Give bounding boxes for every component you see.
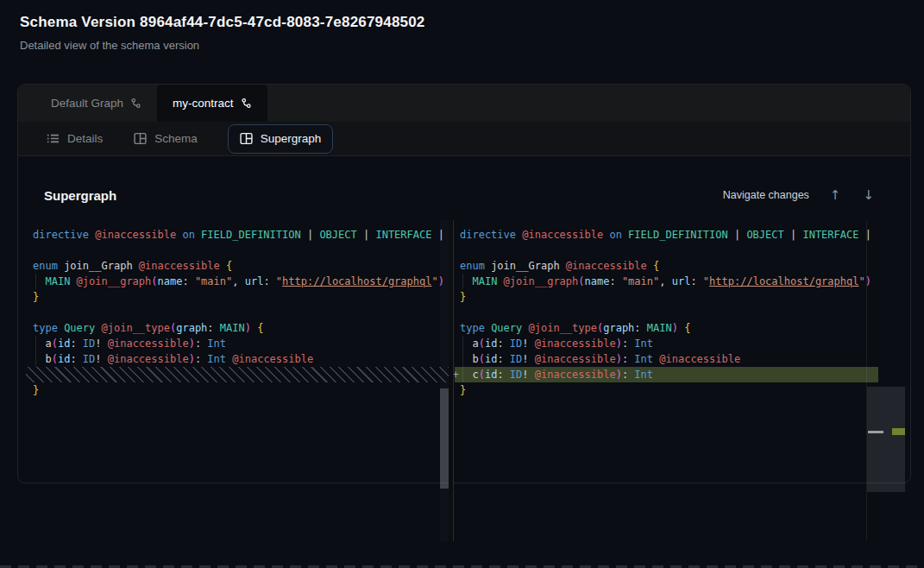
graph-tab-strip: Default Graph my-contract: [18, 85, 910, 122]
minimap-text-mark: [868, 431, 883, 433]
code-line: enum join__Graph @inaccessible {: [460, 258, 878, 274]
fork-icon: [241, 98, 252, 109]
columns-icon: [240, 132, 253, 145]
code-line: type Query @join__type(graph: MAIN) {: [33, 320, 449, 336]
minimap[interactable]: [866, 220, 904, 541]
tab-default-graph[interactable]: Default Graph: [35, 85, 157, 122]
tab-schema[interactable]: Schema: [123, 122, 209, 156]
tab-label: my-contract: [173, 97, 234, 110]
diff-placeholder-line: [26, 367, 449, 382]
tab-details[interactable]: Details: [35, 122, 114, 156]
tab-my-contract[interactable]: my-contract: [157, 85, 267, 122]
code-line: [460, 243, 878, 258]
page-title: Schema Version 8964af44-7dc5-47cd-8083-7…: [20, 14, 425, 31]
code-line: b(id: ID! @inaccessible): Int @inaccessi…: [33, 351, 449, 367]
section-title: Supergraph: [44, 188, 116, 203]
code-line: directive @inaccessible on FIELD_DEFINIT…: [33, 227, 449, 243]
code-line: enum join__Graph @inaccessible {: [33, 258, 449, 274]
code-line: }: [33, 289, 449, 305]
page-subtitle: Detailed view of the schema version: [20, 39, 425, 52]
code-line: }: [33, 382, 449, 398]
code-line: }: [460, 289, 878, 305]
columns-icon: [134, 132, 147, 145]
subtab-label: Supergraph: [261, 132, 322, 145]
code-line: [33, 305, 449, 320]
subtab-label: Details: [67, 132, 103, 145]
code-line: type Query @join__type(graph: MAIN) {: [460, 320, 878, 336]
left-scrollbar-track[interactable]: [440, 220, 449, 541]
fork-icon: [130, 98, 141, 109]
code-line: b(id: ID! @inaccessible): Int @inaccessi…: [460, 351, 878, 367]
supergraph-section-header: Supergraph Navigate changes ↑ ↓: [18, 156, 910, 203]
code-line: MAIN @join__graph(name: "main", url: "ht…: [460, 274, 878, 289]
next-change-button[interactable]: ↓: [861, 187, 876, 203]
code-line: [460, 305, 878, 320]
minimap-slider[interactable]: [867, 387, 905, 492]
code-line: [33, 243, 449, 258]
code-line: }: [460, 382, 878, 398]
page-header: Schema Version 8964af44-7dc5-47cd-8083-7…: [20, 14, 425, 52]
diff-pane-original[interactable]: directive @inaccessible on FIELD_DEFINIT…: [26, 220, 449, 398]
tab-supergraph[interactable]: Supergraph: [228, 124, 334, 154]
subtab-label: Schema: [154, 132, 198, 145]
code-line: MAIN @join__graph(name: "main", url: "ht…: [33, 274, 449, 289]
code-line: directive @inaccessible on FIELD_DEFINIT…: [460, 227, 878, 243]
minimap-insert-mark: [892, 428, 905, 435]
view-subtab-row: Details Schema Supergrap: [18, 122, 910, 156]
code-line: a(id: ID! @inaccessible): Int: [33, 336, 449, 351]
editor-split-sash[interactable]: [449, 220, 454, 541]
schema-version-page: Schema Version 8964af44-7dc5-47cd-8083-7…: [0, 0, 924, 568]
inserted-code-line: c(id: ID! @inaccessible): Int: [455, 367, 878, 382]
list-icon: [47, 132, 60, 145]
code-line: a(id: ID! @inaccessible): Int: [460, 336, 878, 351]
previous-change-button[interactable]: ↑: [828, 187, 843, 203]
navigate-changes-label: Navigate changes: [723, 189, 809, 201]
diff-pane-modified[interactable]: directive @inaccessible on FIELD_DEFINIT…: [455, 220, 878, 398]
left-scrollbar-thumb[interactable]: [440, 388, 449, 489]
tab-label: Default Graph: [51, 97, 123, 110]
navigate-changes: Navigate changes ↑ ↓: [723, 187, 876, 203]
